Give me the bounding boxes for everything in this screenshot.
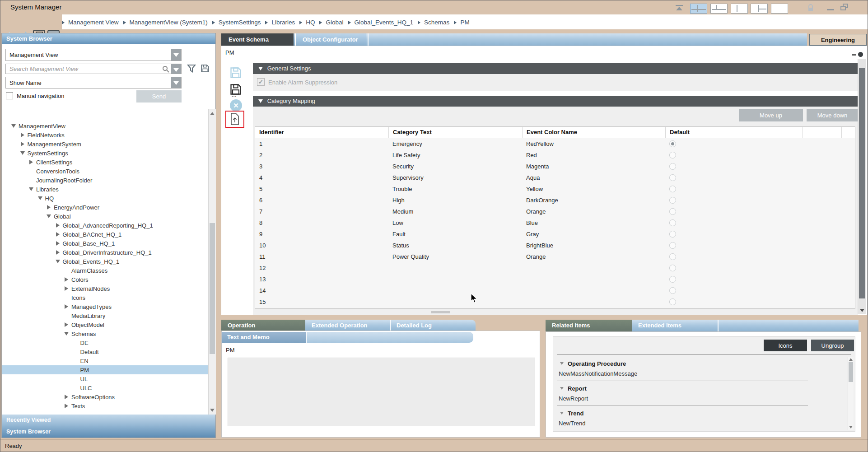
engineering-mode-button[interactable]: Engineering bbox=[809, 34, 867, 46]
default-radio[interactable] bbox=[669, 163, 676, 170]
category-row[interactable]: 13 bbox=[255, 274, 855, 285]
discard-button[interactable]: ✕ bbox=[230, 99, 242, 112]
tree-item-UL[interactable]: UL bbox=[2, 374, 208, 383]
chevron-down-icon[interactable] bbox=[171, 77, 181, 88]
tree-item-AlarmClasses[interactable]: AlarmClasses bbox=[2, 266, 208, 275]
tree-item-Global_AdvancedReporting_HQ_1[interactable]: Global_AdvancedReporting_HQ_1 bbox=[2, 221, 208, 230]
tab-event-schema[interactable]: Event Schema bbox=[221, 33, 294, 46]
category-row[interactable]: 10StatusBrightBlue bbox=[255, 240, 855, 251]
tree-expand-icon[interactable] bbox=[53, 241, 63, 246]
tree-item-Global_DriverInfrastructure_HQ_1[interactable]: Global_DriverInfrastructure_HQ_1 bbox=[2, 248, 208, 257]
related-group-header[interactable]: Trend bbox=[556, 408, 809, 419]
column-category-text[interactable]: Category Text bbox=[388, 127, 522, 138]
tree-item-ManagementSystem[interactable]: ManagementSystem bbox=[2, 140, 208, 149]
collapse-panes-icon[interactable] bbox=[675, 5, 683, 10]
tab-object-configurator[interactable]: Object Configurator bbox=[295, 33, 366, 46]
default-radio[interactable] bbox=[669, 253, 676, 260]
default-radio[interactable] bbox=[669, 219, 676, 226]
ungroup-button[interactable]: Ungroup bbox=[811, 340, 854, 351]
default-radio[interactable] bbox=[669, 140, 676, 147]
default-radio[interactable] bbox=[669, 265, 676, 271]
category-row[interactable]: 2Life SafetyRed bbox=[255, 149, 855, 161]
category-row[interactable]: 9FaultGray bbox=[255, 228, 855, 240]
tree-expand-icon[interactable] bbox=[61, 304, 71, 309]
tree-expand-icon[interactable] bbox=[61, 395, 71, 399]
tree-item-Default[interactable]: Default bbox=[2, 347, 208, 356]
breadcrumb-item[interactable]: Global_Events_HQ_1 bbox=[355, 19, 414, 26]
category-row[interactable]: 11Power QualityOrange bbox=[255, 251, 855, 262]
category-mapping-header[interactable]: Category Mapping bbox=[253, 96, 858, 107]
view-selector-combo[interactable]: Management View bbox=[5, 49, 182, 61]
tree-collapse-icon[interactable] bbox=[9, 124, 19, 128]
tree-collapse-icon[interactable] bbox=[35, 196, 45, 200]
default-radio[interactable] bbox=[669, 186, 676, 192]
category-row[interactable]: 15 bbox=[255, 296, 855, 308]
tree-item-Colors[interactable]: Colors bbox=[2, 275, 208, 284]
tab-detailed-log[interactable]: Detailed Log bbox=[397, 320, 432, 331]
breadcrumb-item[interactable]: HQ bbox=[306, 19, 315, 26]
general-settings-header[interactable]: General Settings bbox=[253, 63, 858, 74]
tab-operation[interactable]: Operation bbox=[221, 320, 305, 331]
tree-scrollbar[interactable] bbox=[208, 109, 216, 415]
manual-navigation-checkbox[interactable] bbox=[6, 92, 13, 99]
tree-collapse-icon[interactable] bbox=[53, 260, 63, 263]
category-row[interactable]: 12 bbox=[255, 262, 855, 274]
layout-rows-button[interactable] bbox=[710, 4, 728, 14]
alarm-suppression-checkbox[interactable]: ✓ bbox=[257, 78, 265, 86]
default-radio[interactable] bbox=[669, 231, 676, 238]
memo-textarea[interactable] bbox=[228, 358, 535, 426]
tree-item-PM[interactable]: PM bbox=[2, 365, 208, 374]
tree-item-Global_Base_HQ_1[interactable]: Global_Base_HQ_1 bbox=[2, 239, 208, 248]
default-radio[interactable] bbox=[669, 298, 676, 305]
tree-item-Global_BACnet_HQ_1[interactable]: Global_BACnet_HQ_1 bbox=[2, 230, 208, 239]
related-scrollbar-thumb[interactable] bbox=[849, 362, 853, 382]
tab-extended-operation[interactable]: Extended Operation bbox=[312, 320, 368, 331]
scroll-down-icon[interactable] bbox=[849, 426, 853, 429]
tree-collapse-icon[interactable] bbox=[18, 151, 28, 155]
tree-item-Global[interactable]: Global bbox=[2, 212, 208, 221]
tree-item-Global_Events_HQ_1[interactable]: Global_Events_HQ_1 bbox=[2, 257, 208, 266]
tree-item-ULC[interactable]: ULC bbox=[2, 383, 208, 392]
breadcrumb-item[interactable]: ManagementView (System1) bbox=[130, 19, 208, 26]
tree-item-MediaLibrary[interactable]: MediaLibrary bbox=[2, 311, 208, 320]
tree-item-ConversionTools[interactable]: ConversionTools bbox=[2, 167, 208, 176]
breadcrumb-item[interactable]: Management View bbox=[68, 19, 119, 26]
tree-item-Libraries[interactable]: Libraries bbox=[2, 185, 208, 194]
default-radio[interactable] bbox=[669, 276, 676, 283]
tree-item-ClientSettings[interactable]: ClientSettings bbox=[2, 158, 208, 167]
move-up-button[interactable]: Move up bbox=[739, 109, 803, 121]
related-item[interactable]: NewTrend bbox=[556, 419, 809, 429]
column-default[interactable]: Default bbox=[665, 127, 803, 138]
default-radio[interactable] bbox=[669, 152, 676, 158]
tree-item-EN[interactable]: EN bbox=[2, 356, 208, 365]
tree-item-Texts[interactable]: Texts bbox=[2, 401, 208, 410]
chevron-down-icon[interactable] bbox=[171, 49, 181, 61]
tree-item-FieldNetworks[interactable]: FieldNetworks bbox=[2, 130, 208, 140]
save-filter-icon[interactable] bbox=[200, 64, 210, 74]
category-row[interactable]: 6HighDarkOrange bbox=[255, 195, 855, 206]
tab-extended-items[interactable]: Extended Items bbox=[638, 320, 681, 331]
tree-expand-icon[interactable] bbox=[61, 404, 71, 408]
send-button[interactable]: Send bbox=[136, 90, 182, 103]
recently-viewed-bar[interactable]: Recently Viewed bbox=[2, 415, 215, 426]
tree-item-ExternalNodes[interactable]: ExternalNodes bbox=[2, 284, 208, 293]
category-row[interactable]: 14 bbox=[255, 285, 855, 296]
tree-expand-icon[interactable] bbox=[61, 286, 71, 291]
tree-expand-icon[interactable] bbox=[18, 133, 28, 137]
tab-related-items[interactable]: Related Items bbox=[546, 320, 632, 331]
save-button[interactable] bbox=[229, 66, 243, 80]
primary-scrollbar-thumb[interactable] bbox=[859, 68, 865, 298]
save-as-button[interactable]: ... bbox=[229, 82, 243, 98]
tab-text-and-memo[interactable]: Text and Memo bbox=[222, 332, 306, 343]
tree-item-SystemSettings[interactable]: SystemSettings bbox=[2, 149, 208, 158]
tree-item-HQ[interactable]: HQ bbox=[2, 194, 208, 203]
tree-expand-icon[interactable] bbox=[61, 277, 71, 282]
category-row[interactable]: 3SecurityMagenta bbox=[255, 161, 855, 172]
search-box[interactable]: Search Management View bbox=[5, 64, 182, 74]
default-radio[interactable] bbox=[669, 287, 676, 294]
scroll-up-icon[interactable] bbox=[210, 112, 215, 115]
system-browser-header[interactable]: System Browser bbox=[2, 33, 215, 44]
tree-item-Icons[interactable]: Icons bbox=[2, 293, 208, 302]
tree-expand-icon[interactable] bbox=[53, 232, 63, 237]
breadcrumb-item[interactable]: SystemSettings bbox=[219, 19, 261, 26]
